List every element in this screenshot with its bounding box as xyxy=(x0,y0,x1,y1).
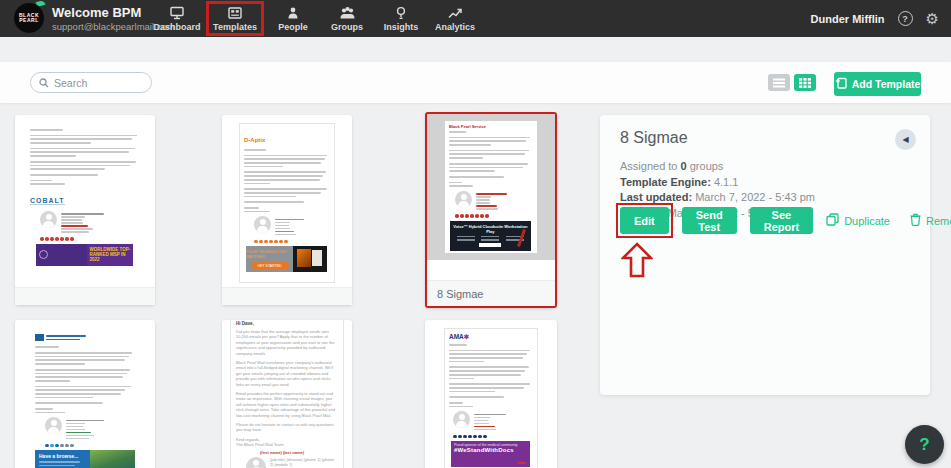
assigned-groups-line: Assigned to 0 groups xyxy=(620,159,815,175)
people-icon xyxy=(286,6,300,20)
remove-label: Remove xyxy=(926,215,951,227)
nav-item-insights[interactable]: Insights xyxy=(374,0,428,37)
social-icons xyxy=(254,240,330,244)
blackpearl-logo-icon: BLACK PEARL xyxy=(14,3,44,33)
nav-label-people: People xyxy=(278,22,308,32)
signature-name: (first name) (last name) xyxy=(260,450,338,455)
remove-button[interactable]: Remove xyxy=(910,213,951,228)
college-logo xyxy=(35,333,135,342)
duplicate-button[interactable]: Duplicate xyxy=(826,213,890,228)
social-icons xyxy=(453,435,533,439)
send-test-button[interactable]: Send Test xyxy=(682,207,737,234)
template-thumbnail: D-Aptix xyxy=(222,115,352,287)
signature-details: (job title) (division) (phone 1) (phone … xyxy=(270,457,338,468)
nav-item-groups[interactable]: Groups xyxy=(320,0,374,37)
dashboard-icon xyxy=(169,6,185,20)
insights-icon xyxy=(395,6,407,20)
see-report-button[interactable]: See Report xyxy=(750,207,813,234)
social-icons xyxy=(455,214,533,218)
templates-icon xyxy=(227,6,243,20)
daptix-logo: D-Aptix xyxy=(244,137,265,143)
greeting: Hi Dave, xyxy=(236,321,338,327)
search-icon xyxy=(39,74,49,92)
search-input[interactable] xyxy=(54,77,143,89)
template-thumbnail: Hi Dave, Did you know that the average e… xyxy=(222,320,352,468)
social-icons xyxy=(40,237,140,241)
nav-label-dashboard: Dashboard xyxy=(153,22,200,32)
banner-hashtag: #WeStandWithDocs xyxy=(454,447,527,453)
email-heading: Black Pearl Service xyxy=(449,124,533,129)
avatar xyxy=(455,191,472,208)
nav-label-groups: Groups xyxy=(331,22,363,32)
updated-line: Last updated: March 7, 2022 - 5:43 pm xyxy=(620,190,815,206)
top-nav-bar: BLACK PEARL Welcome BPM support@blackpea… xyxy=(0,0,951,37)
templates-page: BLACK PEARL Welcome BPM support@blackpea… xyxy=(0,0,951,468)
browse-banner: Have a browse... xyxy=(35,450,135,468)
template-card-ama[interactable]: AMA✱ xyxy=(425,320,557,468)
help-fab-button[interactable]: ? xyxy=(905,425,944,464)
ama-logo: AMA✱ xyxy=(449,333,533,341)
template-title: 8 Sigmae xyxy=(620,129,688,147)
banner-title: Have a browse... xyxy=(39,453,90,459)
nav-item-analytics[interactable]: Analytics xyxy=(428,0,482,37)
engine-line: Template Engine: 4.1.1 xyxy=(620,175,815,191)
nav-label-analytics: Analytics xyxy=(435,22,475,32)
add-template-icon xyxy=(835,77,847,91)
gear-icon[interactable]: ⚙ xyxy=(926,11,939,26)
template-name: 8 Sigmae xyxy=(437,288,483,300)
toolbar: Add Template xyxy=(0,62,951,103)
hashtag-banner: Proud sponsor of the medical community #… xyxy=(451,441,530,467)
banner-button xyxy=(518,462,526,464)
template-detail-panel: 8 Sigmae ◀ Assigned to 0 groups Template… xyxy=(600,115,930,395)
template-thumbnail: COBALT xyxy=(15,115,155,287)
list-view-toggle[interactable] xyxy=(768,74,790,91)
add-template-button[interactable]: Add Template xyxy=(834,72,921,96)
logo-text-2: PEARL xyxy=(19,18,38,24)
voice-banner: Voice™ Hybrid Cloudsuite Workstation Pla… xyxy=(450,221,531,251)
msp-banner-text: WORLDWIDE TOP-RANKED MSP IN 2022 xyxy=(87,244,133,266)
social-icons xyxy=(45,444,135,448)
template-thumbnail: Have a browse... xyxy=(15,320,155,468)
paragraph: Black Pearl Mail transforms your company… xyxy=(236,360,338,387)
banner-text: YOUR TECHNOLOGY PARTNER xyxy=(246,249,293,259)
help-icon[interactable]: ? xyxy=(898,11,913,26)
banner-button: GET STARTED xyxy=(251,262,289,269)
groups-icon xyxy=(339,6,356,20)
edit-button[interactable]: Edit xyxy=(620,207,669,234)
team-line: The Black Pearl Mail Team xyxy=(236,442,338,447)
landscape-photo xyxy=(90,450,135,468)
template-card-college[interactable]: Have a browse... xyxy=(15,320,155,468)
template-thumbnail: Black Pearl Service xyxy=(427,114,555,260)
main-nav: Dashboard Templates People Groups xyxy=(150,0,482,37)
annotation-arrow-up-icon xyxy=(621,242,653,282)
collapse-panel-button[interactable]: ◀ xyxy=(895,129,916,150)
nav-item-templates[interactable]: Templates xyxy=(204,0,266,37)
paragraph: Email provides the perfect opportunity t… xyxy=(236,391,338,418)
banner-title: Voice™ Hybrid Cloudsuite Workstation Pla… xyxy=(450,224,531,234)
card-footer xyxy=(15,287,155,305)
template-card-daptix[interactable]: D-Aptix xyxy=(222,115,352,305)
paragraph: Did you know that the average employee s… xyxy=(236,329,338,356)
nav-item-dashboard[interactable]: Dashboard xyxy=(150,0,204,37)
chevron-left-icon: ◀ xyxy=(902,135,908,144)
cobalt-logo: COBALT xyxy=(30,197,65,205)
banner-small-text: Proud sponsor of the medical community xyxy=(454,443,527,447)
banner-button xyxy=(479,243,501,247)
avatar xyxy=(254,216,271,233)
nav-label-templates: Templates xyxy=(213,22,257,32)
card-footer xyxy=(222,287,352,305)
search-box[interactable] xyxy=(30,72,152,93)
trash-icon xyxy=(910,213,921,228)
product-image xyxy=(293,246,327,272)
template-card-blackpearl-default[interactable]: Hi Dave, Did you know that the average e… xyxy=(222,320,352,468)
selected-card-label: 8 Sigmae xyxy=(427,280,555,306)
template-card-8-sigmae-selected[interactable]: Black Pearl Service xyxy=(425,112,557,308)
msp501-badge-icon xyxy=(39,250,48,259)
nav-item-people[interactable]: People xyxy=(266,0,320,37)
grid-view-toggle[interactable] xyxy=(794,74,816,91)
add-template-label: Add Template xyxy=(852,78,921,90)
avatar xyxy=(45,417,62,434)
template-card-cobalt[interactable]: COBALT xyxy=(15,115,155,305)
nav-label-insights: Insights xyxy=(384,22,419,32)
avatar xyxy=(40,211,57,228)
